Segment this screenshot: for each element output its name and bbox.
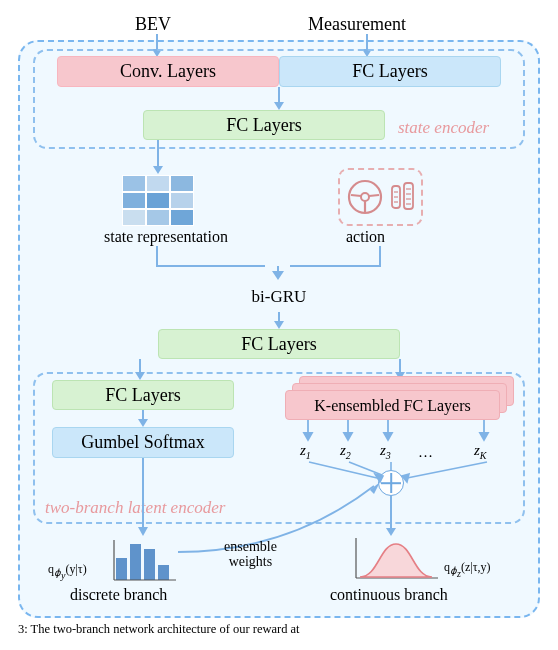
conv-layers: Conv. Layers — [57, 56, 279, 87]
svg-line-12 — [369, 195, 379, 196]
measurement-label: Measurement — [308, 14, 406, 35]
action-icon — [338, 168, 423, 226]
bev-label: BEV — [135, 14, 171, 35]
state-representation-icon — [122, 175, 194, 226]
discrete-distribution-icon — [116, 540, 169, 580]
branch-fc-left: FC Layers — [52, 380, 234, 410]
discrete-branch-label: discrete branch — [70, 586, 167, 604]
q-z-label: qϕz(z|τ,y) — [444, 560, 490, 579]
bi-gru-block: bi-GRU — [194, 282, 364, 312]
bi-gru-label: bi-GRU — [252, 287, 307, 306]
zk-label: zK — [474, 442, 487, 461]
continuous-branch-label: continuous branch — [330, 586, 448, 604]
svg-point-9 — [361, 193, 369, 201]
gumbel-softmax: Gumbel Softmax — [52, 427, 234, 458]
z-ellipsis: … — [418, 444, 433, 461]
figure-caption: 3: The two-branch network architecture o… — [18, 622, 300, 637]
fc-layers-below-gru: FC Layers — [158, 329, 400, 359]
k-ensembled-label: K-ensembled FC Layers — [285, 390, 500, 420]
ensemble-weights-label: ensembleweights — [224, 540, 277, 569]
svg-line-11 — [351, 195, 361, 196]
k-ensembled-stack: K-ensembled FC Layers — [285, 376, 517, 424]
z2-label: z2 — [340, 442, 351, 461]
z1-label: z1 — [300, 442, 311, 461]
z3-label: z3 — [380, 442, 391, 461]
svg-rect-14 — [404, 183, 413, 209]
two-branch-label: two-branch latent encoder — [45, 498, 225, 518]
state-repr-label: state representation — [86, 228, 246, 246]
pedals-icon — [390, 178, 416, 216]
fc-layers-mid: FC Layers — [143, 110, 385, 140]
steering-wheel-icon — [346, 178, 384, 216]
action-label: action — [346, 228, 385, 246]
q-y-label: qϕy(y|τ) — [48, 562, 87, 581]
state-encoder-label: state encoder — [398, 118, 489, 138]
fc-layers-top: FC Layers — [279, 56, 501, 87]
sum-node-icon — [378, 470, 404, 496]
